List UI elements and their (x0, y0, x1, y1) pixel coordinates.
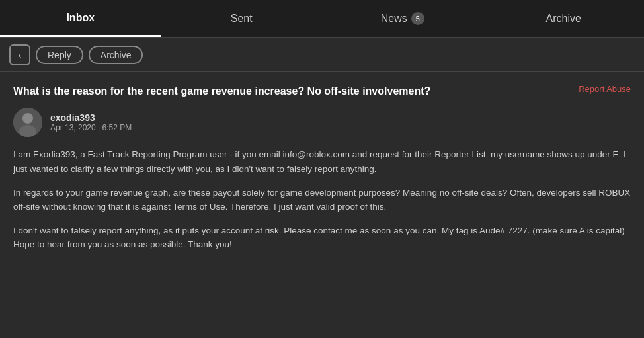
svg-point-1 (22, 113, 33, 124)
back-icon: ‹ (19, 50, 22, 60)
reply-button[interactable]: Reply (36, 46, 83, 64)
tab-archive[interactable]: Archive (483, 0, 645, 37)
tab-news-label: News (381, 13, 407, 24)
reply-label: Reply (48, 50, 71, 60)
toolbar: ‹ Reply Archive (0, 38, 644, 72)
message-title: What is the reason for the recent game r… (13, 84, 430, 99)
message-header: What is the reason for the recent game r… (13, 84, 631, 99)
report-abuse-button[interactable]: Report Abuse (579, 84, 631, 94)
body-paragraph-3: I don't want to falsely report anything,… (13, 224, 631, 252)
sender-row: exodia393 Apr 13, 2020 | 6:52 PM (13, 108, 631, 137)
tab-inbox-label: Inbox (66, 12, 95, 24)
tab-news-badge: 5 (411, 12, 424, 25)
tab-sent-label: Sent (231, 13, 253, 24)
back-button[interactable]: ‹ (9, 44, 30, 65)
avatar-image (13, 108, 42, 137)
tab-news[interactable]: News 5 (322, 0, 483, 37)
tab-sent[interactable]: Sent (161, 0, 323, 37)
sender-name: exodia393 (50, 112, 132, 123)
message-body: I am Exodia393, a Fast Track Reporting P… (13, 148, 631, 252)
message-container: What is the reason for the recent game r… (0, 72, 644, 264)
archive-label: Archive (101, 50, 132, 60)
tab-inbox[interactable]: Inbox (0, 0, 161, 37)
tab-bar: Inbox Sent News 5 Archive (0, 0, 644, 38)
body-paragraph-1: I am Exodia393, a Fast Track Reporting P… (13, 148, 631, 176)
sender-date: Apr 13, 2020 | 6:52 PM (50, 123, 132, 132)
sender-meta: exodia393 Apr 13, 2020 | 6:52 PM (50, 112, 132, 132)
archive-button[interactable]: Archive (89, 46, 143, 64)
tab-archive-label: Archive (546, 13, 581, 24)
avatar (13, 108, 42, 137)
body-paragraph-2: In regards to your game revenue graph, a… (13, 186, 631, 214)
